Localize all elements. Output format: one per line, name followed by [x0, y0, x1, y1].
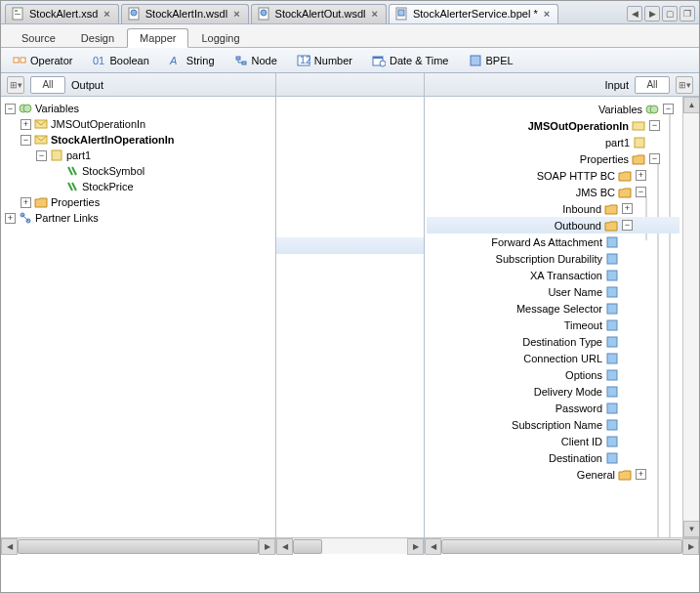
rtree-part1[interactable]: part1 — [427, 134, 679, 150]
close-icon[interactable]: × — [231, 8, 241, 20]
rtree-username[interactable]: User Name — [427, 283, 679, 300]
horizontal-scrollbar[interactable]: ◀ ▶ — [425, 537, 699, 554]
number-button[interactable]: 12 Number — [293, 52, 356, 69]
scroll-up-icon[interactable]: ▲ — [683, 97, 700, 113]
collapse-icon[interactable]: − — [663, 104, 674, 114]
tab-stockalerterservice-bpel[interactable]: StockAlerterService.bpel * × — [389, 4, 558, 23]
tree-stocksymbol[interactable]: StockSymbol — [3, 163, 273, 179]
tree-properties[interactable]: + Properties — [3, 194, 273, 210]
close-icon[interactable]: × — [102, 8, 111, 20]
bpel-button[interactable]: BPEL — [465, 52, 517, 69]
rtree-subscriptiondurability[interactable]: Subscription Durability — [427, 250, 679, 267]
mapping-canvas[interactable]: ◀ ▶ — [276, 73, 425, 554]
tree-partnerlinks[interactable]: + Partner Links — [3, 210, 273, 226]
rtree-inbound[interactable]: Inbound + — [427, 200, 679, 217]
maximize-button[interactable]: ▢ — [662, 6, 678, 21]
collapse-icon[interactable]: − — [649, 120, 660, 131]
rtree-destinationtype[interactable]: Destination Type — [427, 333, 679, 350]
folder-icon — [618, 468, 632, 482]
view-source[interactable]: Source — [9, 28, 68, 47]
rtree-properties[interactable]: Properties − — [427, 150, 679, 167]
expand-icon[interactable]: + — [21, 119, 31, 130]
rtree-clientid[interactable]: Client ID — [427, 433, 679, 449]
node-button[interactable]: Node — [230, 52, 281, 69]
rtree-subscriptionname[interactable]: Subscription Name — [427, 416, 679, 433]
scroll-right-icon[interactable]: ▶ — [682, 538, 699, 555]
scroll-tabs-right-button[interactable]: ▶ — [644, 6, 660, 21]
scroll-down-icon[interactable]: ▼ — [683, 521, 700, 537]
collapse-icon[interactable]: − — [649, 153, 660, 164]
tree-variables[interactable]: − Variables — [3, 101, 273, 116]
string-button[interactable]: A String — [165, 52, 219, 69]
element-icon — [65, 180, 79, 193]
context-menu-button[interactable]: ⊞▾ — [7, 76, 24, 94]
close-icon[interactable]: × — [369, 8, 379, 20]
horizontal-scrollbar[interactable]: ◀ ▶ — [1, 537, 275, 554]
tree-jmsoutoperationin[interactable]: + JMSOutOperationIn — [3, 116, 273, 132]
tab-stockalertout-wsdl[interactable]: StockAlertOut.wsdl × — [251, 4, 387, 23]
element-icon — [65, 164, 79, 178]
vertical-scrollbar[interactable]: ▲ ▼ — [682, 97, 699, 537]
rtree-timeout[interactable]: Timeout — [427, 317, 679, 333]
rtree-connectionurl[interactable]: Connection URL — [427, 350, 679, 366]
horizontal-scrollbar[interactable]: ◀ ▶ — [276, 537, 424, 554]
wsdl-file-icon — [128, 7, 142, 21]
expand-icon[interactable]: + — [636, 469, 646, 480]
scroll-left-icon[interactable]: ◀ — [425, 538, 441, 555]
view-design[interactable]: Design — [68, 28, 127, 47]
scroll-right-icon[interactable]: ▶ — [407, 538, 424, 555]
collapse-icon[interactable]: − — [36, 150, 47, 161]
input-filter-dropdown[interactable]: All — [635, 76, 670, 94]
collapse-icon[interactable]: − — [622, 220, 633, 231]
rtree-variables[interactable]: Variables − — [427, 101, 679, 117]
expand-icon[interactable]: + — [21, 197, 31, 208]
scroll-thumb[interactable] — [18, 539, 259, 554]
tree-stockalertinoperationin[interactable]: − StockAlertInOperationIn — [3, 132, 273, 148]
scroll-thumb[interactable] — [441, 539, 682, 554]
expand-icon[interactable]: + — [5, 213, 16, 224]
svg-rect-43 — [607, 370, 617, 380]
close-icon[interactable]: × — [542, 8, 552, 20]
property-icon — [605, 285, 619, 299]
scroll-tabs-left-button[interactable]: ◀ — [627, 6, 642, 21]
output-tree[interactable]: − Variables + JMSOutOperationIn − StockA… — [1, 97, 275, 537]
bpel-icon — [469, 54, 482, 67]
rtree-jmsbc[interactable]: JMS BC − — [427, 184, 679, 200]
rtree-jmsoutoperationin[interactable]: JMSOutOperationIn − — [427, 117, 679, 134]
svg-rect-10 — [21, 58, 25, 63]
restore-button[interactable]: ❐ — [679, 6, 695, 21]
rtree-xatransaction[interactable]: XA Transaction — [427, 267, 679, 283]
expand-icon[interactable]: + — [622, 203, 633, 214]
rtree-soaphttpbc[interactable]: SOAP HTTP BC + — [427, 167, 679, 184]
scroll-right-icon[interactable]: ▶ — [259, 538, 275, 555]
datetime-button[interactable]: Date & Time — [368, 52, 453, 69]
tree-part1[interactable]: − part1 — [3, 148, 273, 163]
rtree-deliverymode[interactable]: Delivery Mode — [427, 383, 679, 400]
view-logging[interactable]: Logging — [188, 28, 252, 47]
input-tree[interactable]: Variables − JMSOutOperationIn − part1 Pr… — [425, 97, 699, 554]
view-mapper[interactable]: Mapper — [127, 28, 188, 48]
output-filter-dropdown[interactable]: All — [30, 76, 65, 94]
rtree-destination[interactable]: Destination — [427, 449, 679, 466]
scroll-left-icon[interactable]: ◀ — [1, 538, 18, 555]
rtree-forwardasattachment[interactable]: Forward As Attachment — [427, 233, 679, 250]
tab-stockalertin-wsdl[interactable]: StockAlertIn.wsdl × — [121, 4, 249, 23]
bpel-file-icon — [395, 7, 409, 21]
operator-button[interactable]: Operator — [9, 52, 76, 69]
tree-stockprice[interactable]: StockPrice — [3, 179, 273, 194]
rtree-general[interactable]: General + — [427, 466, 679, 483]
rtree-password[interactable]: Password — [427, 400, 679, 416]
context-menu-button[interactable]: ⊞▾ — [676, 76, 693, 94]
svg-point-32 — [650, 106, 658, 113]
rtree-outbound[interactable]: Outbound − — [427, 217, 679, 233]
scroll-thumb[interactable] — [293, 539, 322, 554]
boolean-button[interactable]: 01 Boolean — [88, 52, 152, 69]
collapse-icon[interactable]: − — [5, 104, 16, 114]
scroll-left-icon[interactable]: ◀ — [276, 538, 293, 555]
tab-stockalert-xsd[interactable]: StockAlert.xsd × — [5, 4, 119, 23]
rtree-options[interactable]: Options — [427, 366, 679, 383]
expand-icon[interactable]: + — [636, 170, 646, 181]
rtree-messageselector[interactable]: Message Selector — [427, 300, 679, 317]
collapse-icon[interactable]: − — [636, 187, 646, 197]
collapse-icon[interactable]: − — [21, 135, 31, 146]
